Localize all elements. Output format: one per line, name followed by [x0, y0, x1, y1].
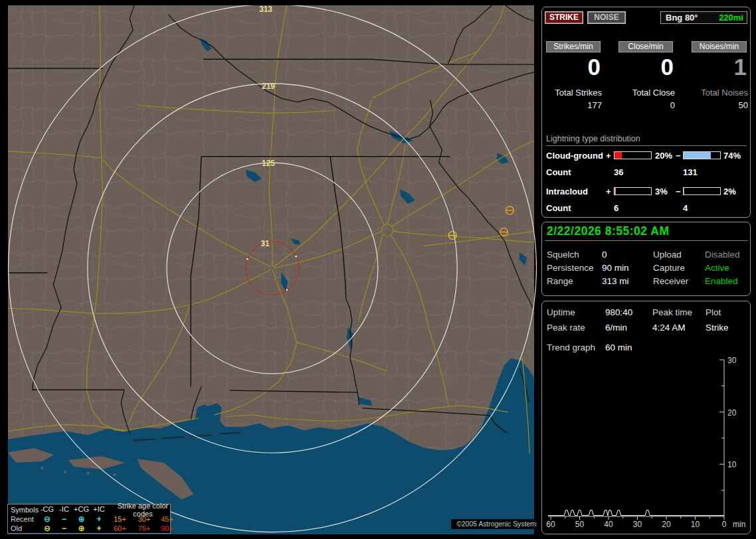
capture-status: Active [705, 263, 729, 273]
trend-panel: Uptime 980:40 Peak time Plot Peak rate 6… [541, 301, 751, 534]
strike-mode-button[interactable]: STRIKE [545, 11, 583, 24]
ic-negative-bar [683, 187, 721, 195]
ic-count-label: Count [546, 203, 571, 213]
counter-panel: STRIKE NOISE Bng 80° 220mi Strikes/min C… [541, 7, 751, 218]
ring-label-313: 313 [259, 5, 272, 14]
legend-header-neg-ic: -IC [56, 505, 72, 514]
plot-mode-value: Strike [706, 323, 729, 333]
datetime-divider [545, 240, 748, 241]
receiver-label: Receiver [653, 276, 688, 286]
noises-per-min-button[interactable]: Noises/min [692, 41, 747, 52]
trend-graph-label: Trend graph [547, 343, 595, 352]
copyright-text: ©2005 Astrogenic Systems [456, 520, 537, 528]
symbol-legend: Symbols -CG -IC +CG +IC Strike age color… [7, 504, 171, 534]
cg-negative-bar [683, 151, 721, 159]
legend-header-neg-cg: -CG [39, 505, 56, 514]
strikes-per-min-button[interactable]: Strikes/min [546, 41, 601, 52]
trend-window-value: 60 min [605, 343, 632, 352]
age-code-90: 90+ [156, 524, 178, 533]
ic-positive-bar-fill [614, 188, 616, 194]
receiver-status: Enabled [705, 276, 738, 286]
uptime-value: 980:40 [605, 307, 632, 317]
upload-status: Disabled [705, 250, 740, 260]
age-code-45: 45+ [156, 515, 178, 524]
status-panel: 2/22/2026 8:55:02 AM Squelch 0 Upload Di… [541, 222, 751, 296]
x-tick-0: 0 [722, 520, 727, 529]
strikes-per-min-value: 0 [542, 54, 601, 80]
cg-positive-count: 36 [614, 167, 623, 177]
age-code-30: 30+ [132, 515, 156, 524]
cg-positive-bar-fill [614, 152, 622, 159]
cg-positive-bar [614, 151, 652, 159]
legend-row-old-label: Old [8, 524, 39, 532]
cg-plus-sign: + [606, 151, 611, 161]
ic-minus-sign: − [676, 187, 681, 196]
total-strikes-value: 177 [541, 100, 602, 110]
squelch-label: Squelch [547, 250, 579, 260]
ic-negative-count: 4 [683, 203, 688, 213]
close-per-min-value: 0 [615, 54, 674, 80]
noise-mode-button[interactable]: NOISE [587, 11, 626, 24]
x-tick-30: 30 [633, 520, 642, 529]
legend-header-pos-cg: +CG [72, 505, 90, 514]
persistence-label: Persistence [547, 263, 594, 273]
x-tick-10: 10 [691, 520, 700, 529]
cg-negative-bar-fill [684, 152, 711, 159]
bearing-label: Bng 80° [661, 13, 698, 23]
trend-graph: 30 20 10 60 50 40 30 20 10 0 min [544, 356, 750, 532]
ring-label-219: 219 [262, 82, 275, 91]
age-code-60: 60+ [108, 524, 132, 533]
close-per-min-button[interactable]: Close/min [618, 41, 673, 52]
upload-label: Upload [653, 250, 682, 260]
peak-rate-label: Peak rate [547, 323, 585, 333]
datetime-display: 2/22/2026 8:55:02 AM [547, 224, 669, 238]
trend-line [548, 510, 724, 516]
pos-ic-old-icon: + [90, 524, 108, 533]
distribution-title: Lightning type distribution [546, 134, 747, 146]
plot-label: Plot [706, 307, 721, 317]
x-tick-50: 50 [575, 520, 585, 529]
intracloud-label: Intracloud [546, 187, 588, 196]
persistence-value: 90 min [602, 263, 629, 273]
pos-cg-old-icon: ⊕ [72, 524, 90, 533]
x-tick-60: 60 [546, 520, 555, 529]
capture-label: Capture [653, 263, 685, 273]
x-axis-unit: min [733, 520, 745, 529]
total-close-label: Total Close [614, 88, 675, 98]
neg-cg-old-icon: ⊖ [39, 524, 56, 533]
total-noises-value: 50 [687, 100, 748, 110]
pos-ic-recent-icon: + [90, 515, 108, 524]
total-strikes-label: Total Strikes [541, 88, 602, 98]
peak-rate-value: 6/min [605, 323, 627, 333]
squelch-value: 0 [602, 250, 607, 260]
cg-positive-pct: 20% [655, 151, 672, 161]
bearing-range: 220mi [719, 13, 747, 23]
y-tick-10: 10 [727, 460, 737, 469]
ic-plus-sign: + [606, 187, 611, 196]
x-tick-20: 20 [662, 520, 671, 529]
age-code-15: 15+ [108, 515, 132, 524]
bearing-readout: Bng 80° 220mi [660, 11, 747, 24]
ring-label-31: 31 [260, 239, 270, 248]
cg-negative-count: 131 [683, 167, 698, 177]
nexstorm-window: { "topbar": { "strike_label": "STRIKE", … [0, 0, 756, 539]
neg-ic-recent-icon: − [56, 515, 72, 524]
cg-negative-pct: 74% [723, 151, 741, 161]
legend-header-pos-ic: +IC [90, 505, 108, 514]
ic-positive-bar [614, 187, 652, 195]
cloud-ground-label: Cloud-ground [546, 151, 603, 161]
trend-axis-labels: 30 20 10 60 50 40 30 20 10 0 min [546, 356, 745, 529]
uptime-label: Uptime [547, 307, 575, 317]
neg-cg-recent-icon: ⊖ [39, 515, 56, 524]
ring-label-125: 125 [262, 159, 275, 168]
cg-count-label: Count [546, 167, 571, 177]
neg-ic-old-icon: − [56, 524, 72, 533]
range-label: Range [547, 276, 573, 286]
peak-time-label: Peak time [652, 307, 692, 317]
peak-time-value: 4:24 AM [652, 323, 686, 333]
range-value: 313 mi [602, 276, 629, 286]
noises-per-min-value: 1 [688, 54, 747, 80]
age-code-75: 75+ [132, 524, 156, 533]
map-view[interactable]: 313 219 125 31 ©2005 Astrogenic Systems [5, 5, 537, 534]
total-noises-label: Total Noises [687, 88, 748, 98]
